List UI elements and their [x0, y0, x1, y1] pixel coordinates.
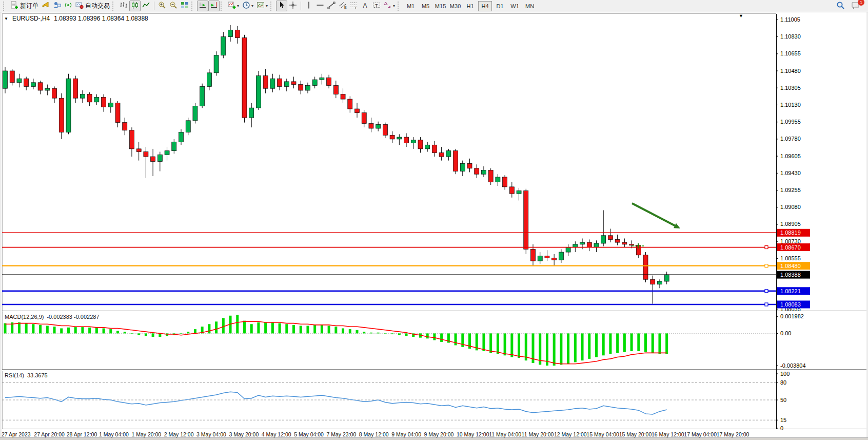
svg-text:1.10480: 1.10480 [780, 68, 801, 74]
dropdown-caret: ▾ [393, 4, 395, 8]
timeframe-m15[interactable]: M15 [433, 1, 447, 11]
toolbar-grip[interactable] [270, 2, 274, 11]
svg-text:80: 80 [780, 379, 786, 386]
macd-name: MACD(12,26,9) [5, 314, 44, 320]
svg-text:1.11005: 1.11005 [780, 16, 800, 23]
horizontal-line-button[interactable] [314, 1, 326, 11]
new-order-button[interactable]: 新订单 [9, 1, 40, 11]
news-icon [42, 1, 50, 11]
date-label: 9 May 04:00 [391, 431, 421, 437]
cursor-button[interactable] [276, 1, 287, 11]
candle-chart-mode-button[interactable] [129, 1, 141, 11]
signals-icon [64, 1, 72, 11]
scroll-strip[interactable] [0, 437, 868, 440]
periods-button[interactable]: ▾ [241, 1, 255, 11]
date-label: 28 Apr 12:00 [67, 431, 97, 437]
chart-area: 1.110051.108301.106551.104801.103051.101… [0, 12, 868, 440]
equidistant-channel-button[interactable]: E [337, 1, 348, 11]
date-label: 7 May 23:00 [327, 431, 357, 437]
svg-text:1.08480: 1.08480 [780, 263, 801, 269]
date-label: 2 May 12:00 [164, 431, 194, 437]
date-label: 27 Apr 2023 [2, 431, 31, 437]
timeframe-mn[interactable]: MN [523, 1, 537, 11]
auto-scroll-button[interactable] [197, 1, 208, 11]
search-icon [836, 1, 845, 11]
svg-text:1.10655: 1.10655 [780, 50, 801, 56]
notifications-button[interactable]: 1 [850, 1, 862, 11]
zoom-out-icon [169, 1, 177, 11]
news-button[interactable] [40, 1, 51, 11]
macd-values: -0.002383 -0.002287 [47, 314, 99, 320]
chart-title: ▼ EURUSD-,H4 1.08393 1.08396 1.08364 1.0… [4, 15, 148, 22]
chart-shift-button[interactable] [208, 1, 220, 11]
line-chart-icon [142, 1, 150, 11]
dropdown-caret: ▾ [266, 4, 268, 8]
line-chart-mode-button[interactable] [141, 1, 152, 11]
trendline-button[interactable] [326, 1, 337, 11]
toolbar-grip[interactable] [3, 2, 7, 11]
date-label: 9 May 20:00 [424, 431, 454, 437]
new-order-icon [10, 1, 18, 11]
svg-text:100: 100 [780, 371, 790, 377]
signals-button[interactable] [63, 1, 74, 11]
toolbar-grip[interactable] [191, 2, 195, 11]
timeframe-d1[interactable]: D1 [493, 1, 507, 11]
svg-text:1.08670: 1.08670 [780, 244, 801, 251]
crosshair-button[interactable] [287, 1, 299, 11]
mt4-window: 新订单 自动交易 [0, 0, 868, 440]
vertical-line-button[interactable] [303, 1, 314, 11]
timeframe-h1[interactable]: H1 [463, 1, 477, 11]
shapes-button[interactable]: ▾ [382, 1, 397, 11]
date-label: 10 May 12:00 [457, 431, 489, 437]
community-button[interactable] [51, 1, 63, 11]
fibonacci-button[interactable]: F [348, 1, 360, 11]
svg-text:1.09780: 1.09780 [780, 136, 801, 142]
price-chart-canvas[interactable]: 1.110051.108301.106551.104801.103051.101… [0, 12, 868, 440]
toolbar-grip[interactable] [112, 2, 116, 11]
text-label-icon: T [372, 1, 381, 11]
templates-button[interactable]: ▾ [255, 1, 269, 11]
date-label: 16 May 12:00 [652, 431, 684, 437]
timeframe-m30[interactable]: M30 [448, 1, 462, 11]
new-order-label: 新订单 [20, 2, 38, 10]
svg-text:1.10830: 1.10830 [780, 33, 801, 40]
timeframe-w1[interactable]: W1 [508, 1, 522, 11]
timeframe-h4[interactable]: H4 [478, 1, 492, 11]
autotrading-button[interactable]: 自动交易 [74, 1, 111, 11]
text-label-button[interactable]: T [371, 1, 382, 11]
bar-chart-mode-button[interactable] [118, 1, 129, 11]
toolbar-grip[interactable] [398, 2, 401, 11]
chart-title-toggle[interactable]: ▼ [4, 16, 8, 21]
autotrading-label: 自动交易 [85, 2, 110, 10]
dropdown-caret: ▾ [237, 4, 239, 8]
chart-collapse-arrow[interactable]: ▼ [739, 13, 743, 18]
date-label: 27 Apr 20:00 [34, 431, 65, 437]
community-icon [53, 1, 61, 11]
svg-text:T: T [375, 3, 378, 8]
indicators-button[interactable]: ▾ [226, 1, 241, 11]
candle-chart-icon [131, 1, 139, 11]
date-label: 1 May 04:00 [99, 431, 129, 437]
macd-indicator-label: MACD(12,26,9) -0.002383 -0.002287 [5, 314, 100, 320]
symbol-period-label: EURUSD-,H4 [12, 15, 50, 22]
search-button[interactable] [835, 1, 846, 11]
bar-chart-icon [120, 1, 128, 11]
svg-text:1.09255: 1.09255 [780, 187, 801, 193]
timeframe-m5[interactable]: M5 [419, 1, 432, 11]
tile-windows-button[interactable] [179, 1, 190, 11]
svg-text:1.09080: 1.09080 [780, 204, 801, 210]
text-button[interactable]: A [360, 1, 371, 11]
tile-windows-icon [181, 1, 189, 11]
timeframe-m1[interactable]: M1 [404, 1, 418, 11]
zoom-out-button[interactable] [168, 1, 179, 11]
templates-icon [257, 1, 265, 11]
svg-text:1.09605: 1.09605 [780, 153, 801, 159]
zoom-in-button[interactable] [156, 1, 168, 11]
svg-text:1.10305: 1.10305 [780, 85, 801, 91]
trendline-icon [327, 1, 336, 11]
svg-text:A: A [363, 2, 367, 9]
date-label: 3 May 20:00 [229, 431, 259, 437]
toolbar-grip[interactable] [221, 2, 224, 11]
svg-text:1.08555: 1.08555 [780, 255, 801, 261]
periods-clock-icon [242, 1, 250, 11]
